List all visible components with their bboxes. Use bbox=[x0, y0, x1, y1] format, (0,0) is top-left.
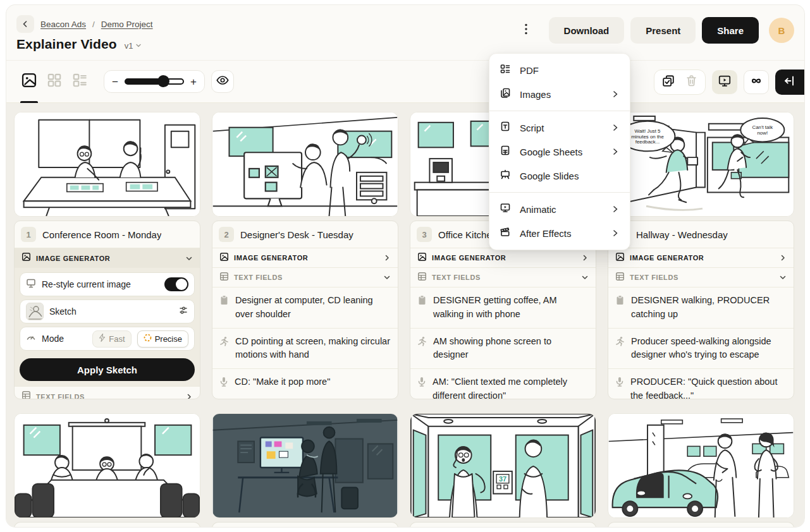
collapse-left-icon bbox=[783, 74, 797, 90]
back-button[interactable] bbox=[16, 15, 34, 33]
breadcrumb-page-link[interactable]: Demo Project bbox=[101, 20, 153, 29]
more-options-button[interactable] bbox=[517, 17, 535, 44]
share-button[interactable]: Share bbox=[702, 17, 759, 44]
frame-panel-1: 1 Conference Room - Monday IMAGE GENERAT… bbox=[14, 221, 200, 399]
chevron-left-icon bbox=[21, 20, 29, 28]
storyboard-image-4[interactable]: Wait! Just 5minutes on thefeedback... Ca… bbox=[608, 112, 794, 217]
restyle-toggle[interactable] bbox=[164, 277, 188, 291]
dialogue-field[interactable]: PRODUCER: "Quick question about the feed… bbox=[608, 369, 794, 399]
text-fields-icon bbox=[21, 390, 31, 399]
image-generator-section-header[interactable]: IMAGE GENERATOR bbox=[15, 248, 200, 268]
chevron-right-icon bbox=[611, 90, 620, 99]
text-fields-section-header[interactable]: TEXT FIELDS bbox=[212, 268, 398, 287]
tab-list-view[interactable] bbox=[67, 61, 92, 103]
zoom-slider-thumb[interactable] bbox=[157, 75, 169, 87]
field-text: Producer speed-walking alongside designe… bbox=[631, 335, 787, 363]
zoom-slider[interactable] bbox=[125, 78, 184, 85]
text-fields-section-header[interactable]: TEXT FIELDS bbox=[15, 387, 200, 399]
storyboard-image-2[interactable] bbox=[212, 112, 398, 217]
night-office-illustration bbox=[212, 414, 398, 517]
script-icon bbox=[500, 121, 511, 135]
delete-button[interactable] bbox=[680, 71, 703, 93]
clipboard-icon bbox=[219, 295, 229, 322]
restyle-label: Re-style current image bbox=[42, 279, 131, 289]
frame-title[interactable]: Conference Room - Monday bbox=[42, 229, 161, 240]
text-fields-section-header[interactable]: TEXT FIELDS bbox=[608, 268, 794, 287]
elevator-floor-display: 37 bbox=[499, 475, 506, 483]
menu-item-label: Google Slides bbox=[520, 171, 579, 181]
section-label: TEXT FIELDS bbox=[234, 274, 283, 281]
storyboard-image-1[interactable] bbox=[14, 112, 200, 217]
kebab-icon bbox=[525, 23, 527, 37]
chevron-right-icon bbox=[185, 393, 193, 400]
action-field[interactable]: AM showing phone screen to designer bbox=[410, 329, 596, 370]
text-fields-section-header[interactable]: TEXT FIELDS bbox=[410, 268, 596, 287]
app-window: Beacon Ads / Demo Project Explainer Vide… bbox=[6, 5, 804, 527]
trash-icon bbox=[685, 74, 698, 90]
style-row[interactable]: Sketch bbox=[20, 299, 195, 323]
mode-precise-chip[interactable]: Precise bbox=[137, 330, 188, 348]
menu-item-google-slides[interactable]: Google Slides bbox=[489, 164, 630, 188]
microphone-icon bbox=[417, 377, 426, 399]
section-label: IMAGE GENERATOR bbox=[432, 254, 506, 262]
image-generator-section-header[interactable]: IMAGE GENERATOR bbox=[608, 248, 794, 268]
loop-button[interactable] bbox=[744, 70, 769, 94]
next-frame-panel-top bbox=[410, 522, 596, 527]
present-button[interactable]: Present bbox=[630, 17, 696, 44]
version-dropdown[interactable]: v1 bbox=[125, 41, 142, 51]
text-fields-icon bbox=[219, 272, 229, 284]
style-settings-icon[interactable] bbox=[178, 305, 188, 318]
menu-item-pdf[interactable]: PDF bbox=[489, 58, 630, 82]
description-field[interactable]: Designer at computer, CD leaning over sh… bbox=[212, 287, 398, 329]
chevron-right-icon bbox=[611, 147, 620, 156]
frame-column-2: 2 Designer's Desk - Tuesday IMAGE GENERA… bbox=[212, 112, 398, 527]
apply-sketch-button[interactable]: Apply Sketch bbox=[20, 358, 195, 381]
field-text: DESIGNER walking, PRODUCER catching up bbox=[631, 294, 787, 322]
avatar[interactable]: B bbox=[769, 18, 794, 43]
menu-item-images[interactable]: Images bbox=[489, 82, 630, 106]
section-label: TEXT FIELDS bbox=[432, 274, 481, 281]
tab-grid-view[interactable] bbox=[42, 61, 67, 103]
storyboard-image-5[interactable] bbox=[14, 413, 200, 518]
storyboard-image-6[interactable] bbox=[212, 413, 398, 518]
storyboard-image-8[interactable] bbox=[608, 413, 794, 518]
mode-fast-chip[interactable]: Fast bbox=[92, 330, 131, 348]
frame-number-badge: 3 bbox=[417, 227, 432, 242]
microphone-icon bbox=[219, 377, 228, 389]
zoom-in-button[interactable]: + bbox=[190, 76, 197, 87]
field-text: Designer at computer, CD leaning over sh… bbox=[235, 294, 391, 322]
storyboard-image-7[interactable]: 37 bbox=[410, 413, 596, 518]
tab-single-view[interactable] bbox=[16, 61, 42, 103]
breadcrumb-project-link[interactable]: Beacon Ads bbox=[40, 20, 86, 29]
description-field[interactable]: DESIGNER getting coffee, AM walking in w… bbox=[410, 287, 596, 329]
field-text: AM showing phone screen to designer bbox=[433, 335, 589, 363]
download-button[interactable]: Download bbox=[549, 17, 625, 44]
select-all-icon bbox=[661, 74, 675, 90]
dialogue-field[interactable]: AM: "Client texted me completely differe… bbox=[410, 369, 596, 399]
menu-item-script[interactable]: Script bbox=[489, 116, 630, 140]
action-field[interactable]: Producer speed-walking alongside designe… bbox=[608, 329, 794, 370]
menu-item-after-effects[interactable]: After Effects bbox=[489, 221, 630, 245]
menu-item-animatic[interactable]: Animatic bbox=[489, 197, 630, 221]
parking-garage-illustration bbox=[608, 414, 794, 517]
dialogue-field[interactable]: CD: "Make it pop more" bbox=[212, 369, 398, 396]
export-menu: PDF Images Script Google Sheets bbox=[489, 53, 630, 250]
preview-visibility-button[interactable] bbox=[211, 70, 234, 93]
style-thumbnail bbox=[26, 303, 44, 320]
action-field[interactable]: CD pointing at screen, making circular m… bbox=[212, 329, 398, 370]
image-generator-section-header[interactable]: IMAGE GENERATOR bbox=[410, 248, 596, 268]
description-field[interactable]: DESIGNER walking, PRODUCER catching up bbox=[608, 287, 794, 329]
toolbar: − + bbox=[6, 61, 804, 103]
frame-title[interactable]: Designer's Desk - Tuesday bbox=[240, 229, 353, 240]
fast-label: Fast bbox=[109, 334, 125, 344]
menu-item-google-sheets[interactable]: Google Sheets bbox=[489, 140, 630, 164]
elevator-illustration: 37 bbox=[410, 414, 596, 517]
image-generator-section-header[interactable]: IMAGE GENERATOR bbox=[212, 248, 398, 268]
frame-title[interactable]: Hallway - Wednesday bbox=[636, 229, 728, 240]
zoom-out-button[interactable]: − bbox=[112, 76, 118, 87]
select-all-button[interactable] bbox=[657, 71, 680, 93]
collapse-panel-button[interactable] bbox=[775, 70, 804, 95]
conference-room-illustration bbox=[15, 112, 200, 216]
animatic-preview-button[interactable] bbox=[712, 70, 737, 94]
menu-divider bbox=[489, 111, 630, 111]
